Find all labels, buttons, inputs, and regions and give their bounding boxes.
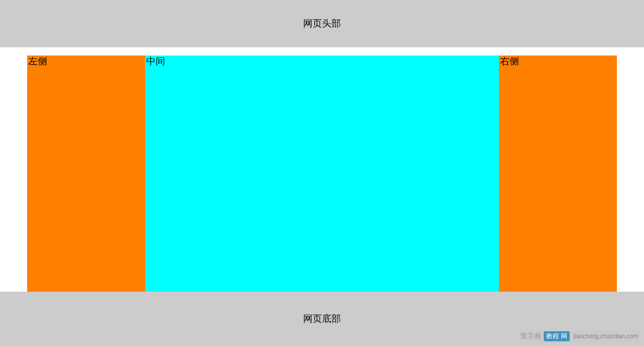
- left-column: 左侧: [27, 56, 145, 292]
- watermark-badge: 教程 网: [544, 331, 570, 341]
- watermark-url: jiaocheng.chazidian.com: [573, 333, 638, 340]
- right-column: 右侧: [499, 56, 617, 292]
- header-title: 网页头部: [303, 18, 341, 30]
- middle-column-label: 中间: [146, 56, 165, 66]
- watermark: 查字典 教程 网 jiaocheng.chazidian.com: [518, 330, 640, 342]
- middle-column: 中间: [145, 56, 499, 292]
- page-header: 网页头部: [0, 0, 644, 47]
- footer-title: 网页底部: [303, 313, 341, 325]
- left-column-label: 左侧: [28, 56, 47, 66]
- watermark-text: 查字典: [520, 331, 541, 341]
- main-container: 左侧 中间 右侧: [27, 56, 617, 292]
- right-column-label: 右侧: [500, 56, 519, 66]
